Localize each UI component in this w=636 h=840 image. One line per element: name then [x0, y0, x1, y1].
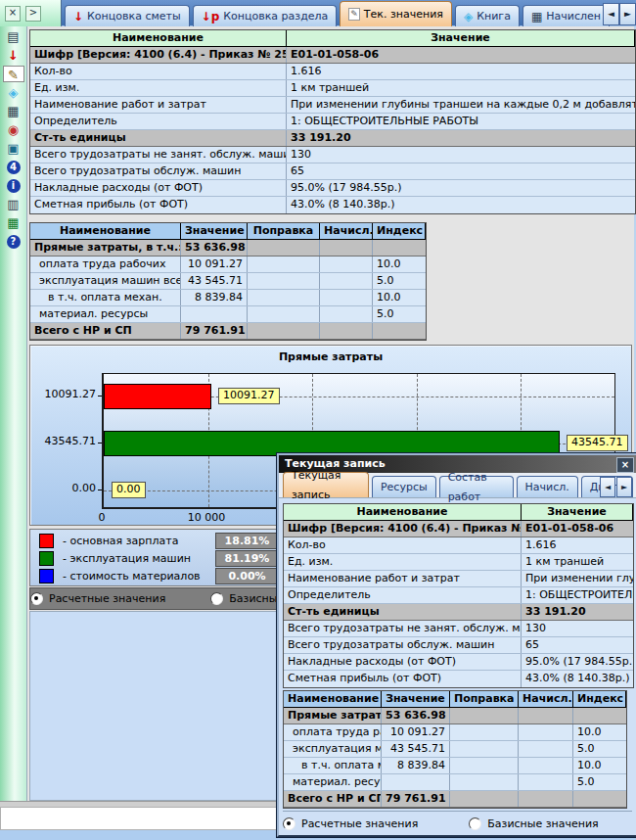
table-row[interactable]: Кол-во 1.616: [284, 537, 633, 554]
close-icon[interactable]: ×: [616, 457, 634, 473]
legend-label: - основная зарплата: [63, 535, 178, 547]
table-row[interactable]: эксплуатация машин всего 43 545.71 5.0: [284, 741, 626, 758]
table-row[interactable]: Всего трудозатраты не занят. обслуж. маш…: [284, 621, 633, 637]
tab-scroll-right-icon[interactable]: ►: [619, 3, 636, 25]
main-tab[interactable]: ↓ Концовка сметы: [65, 5, 190, 26]
row-name: материал. ресурсы: [30, 306, 181, 322]
row-name: оплата труда рабочих: [30, 257, 181, 272]
row-value: При изменении глубины траншеи на каждые …: [287, 97, 635, 113]
chart-bar: [104, 384, 211, 409]
table-row[interactable]: Ед. изм. 1 км траншей: [284, 554, 633, 571]
calculator-icon[interactable]: ▦: [3, 103, 24, 119]
row-value: Е01-01-058-06: [287, 47, 635, 63]
values-mode-radio[interactable]: Базисные значения: [469, 817, 598, 830]
table-row[interactable]: Ед. изм. 1 км траншей: [30, 80, 635, 97]
red-down-arrow-icon[interactable]: ↓: [3, 47, 24, 64]
tab-scroll-left-icon[interactable]: ◄: [603, 3, 619, 25]
table-row[interactable]: материал. ресурсы 5.0: [30, 306, 426, 323]
book-icon[interactable]: ◈: [3, 84, 24, 101]
radio-icon[interactable]: [283, 817, 295, 830]
main-tab[interactable]: ▦ Начислен: [522, 5, 610, 26]
table-row[interactable]: Всего трудозатраты обслуж. машин 65: [284, 637, 633, 654]
row-value: 95.0% (17 984.55р.): [287, 180, 635, 196]
table-row[interactable]: Наименование работ и затрат При изменени…: [30, 97, 635, 114]
y-axis-label: 10091.27: [33, 388, 96, 400]
row-index: 10.0: [573, 758, 626, 773]
legend-swatch-icon: [39, 569, 54, 583]
info-icon[interactable]: i: [3, 177, 24, 194]
history-icon[interactable]: 4: [3, 159, 24, 175]
table-row[interactable]: Шифр [Версия: 4100 (6.4) - Приказ № 253 …: [30, 47, 635, 64]
popup-tab[interactable]: Текущая запись: [283, 472, 369, 497]
row-accrual: [320, 306, 373, 322]
table-row[interactable]: Ст-ть единицы 33 191.20: [284, 604, 633, 621]
table-row[interactable]: Прямые затраты, в т.ч.: 53 636.98: [284, 708, 626, 724]
table-header-row: Наименование Значение: [284, 504, 633, 521]
row-accrual: [320, 273, 373, 289]
row-name: оплата труда рабочих: [284, 724, 382, 740]
row-name: Кол-во: [284, 537, 522, 553]
table-row[interactable]: Сметная прибыль (от ФОТ) 43.0% (8 140.38…: [30, 197, 635, 213]
table-row[interactable]: в т.ч. оплата механ. 8 839.84 10.0: [284, 758, 626, 774]
col-header: Поправка: [248, 223, 320, 239]
table-row[interactable]: Накладные расходы (от ФОТ) 95.0% (17 984…: [30, 180, 635, 197]
chart-title: Прямые затраты: [30, 350, 631, 363]
row-name: Всего с НР и СП: [30, 323, 181, 339]
radio-icon[interactable]: [469, 817, 481, 830]
table-add-icon[interactable]: ▦: [3, 214, 24, 231]
row-name: Шифр [Версия: 4100 (6.4) - Приказ № 253: [30, 47, 287, 63]
table-row[interactable]: Прямые затраты, в т.ч.: 53 636.98: [30, 240, 426, 257]
row-accrual: [519, 741, 573, 757]
legend-percent-badge: 0.00%: [215, 568, 279, 584]
picture-icon[interactable]: ◉: [3, 121, 24, 138]
table-row[interactable]: Определитель 1: ОБЩЕСТРОИТЕЛЬНЫЕ РАБОТЫ: [30, 114, 635, 130]
legend-percent-badge: 81.19%: [215, 550, 279, 567]
popup-tab[interactable]: Начисл.: [517, 476, 578, 497]
table-row[interactable]: оплата труда рабочих 10 091.27 10.0: [30, 257, 426, 273]
icon-disc: ?: [7, 235, 21, 249]
table-row[interactable]: в т.ч. оплата механ. 8 839.84 10.0: [30, 290, 426, 306]
table-row[interactable]: Сметная прибыль (от ФОТ) 43.0% (8 140.38…: [284, 671, 633, 687]
table-row[interactable]: Ст-ть единицы 33 191.20: [30, 130, 635, 147]
table-row[interactable]: Всего трудозатраты обслуж. машин 65: [30, 163, 635, 180]
main-tab[interactable]: ↓р Концовка раздела: [193, 5, 338, 26]
diagram-icon[interactable]: ▣: [3, 140, 24, 157]
table-row[interactable]: Наименование работ и затрат При изменени…: [284, 571, 633, 587]
radio-icon[interactable]: [210, 592, 223, 605]
table-row[interactable]: Всего трудозатраты не занят. обслуж. маш…: [30, 147, 635, 163]
table-row[interactable]: Всего с НР и СП 79 761.91: [284, 791, 626, 808]
row-value: 1 км траншей: [287, 80, 635, 96]
document-icon[interactable]: ▤: [3, 28, 24, 45]
close-pane-button[interactable]: ×: [5, 6, 21, 22]
table-header-row: Наименование Значение: [30, 30, 635, 47]
popup-tab-scroll-left-icon[interactable]: ◄: [600, 477, 615, 497]
table-row[interactable]: Накладные расходы (от ФОТ) 95.0% (17 984…: [284, 654, 633, 671]
tab-label: Начисл.: [525, 478, 569, 497]
row-value: 1.616: [522, 537, 633, 553]
current-values-icon[interactable]: ✎: [3, 66, 24, 82]
row-name: Наименование работ и затрат: [30, 97, 287, 113]
row-name: Прямые затраты, в т.ч.:: [30, 240, 181, 256]
popup-tab[interactable]: Ресурсы: [372, 476, 436, 497]
row-value: 130: [522, 621, 633, 636]
table-row[interactable]: эксплуатация машин всего 43 545.71 5.0: [30, 273, 426, 290]
main-tab[interactable]: ◈ Книга: [455, 5, 520, 26]
table-row[interactable]: Определитель 1: ОБЩЕСТРОИТЕЛЬНЫЕ РАБОТЫ: [284, 587, 633, 604]
table-row[interactable]: Всего с НР и СП 79 761.91: [30, 323, 426, 340]
table-row[interactable]: Шифр [Версия: 4100 (6.4) - Приказ № 253 …: [284, 521, 633, 537]
main-tab[interactable]: ✎ Тек. значения: [340, 1, 452, 26]
table-row[interactable]: материал. ресурсы 5.0: [284, 774, 626, 791]
help-icon[interactable]: ?: [3, 233, 24, 250]
radio-icon[interactable]: [30, 592, 43, 605]
table-row[interactable]: оплата труда рабочих 10 091.27 10.0: [284, 724, 626, 741]
popup-tab-scroll-right-icon[interactable]: ►: [616, 477, 632, 497]
table-row[interactable]: Кол-во 1.616: [30, 64, 635, 80]
row-name: Всего трудозатраты обслуж. машин: [284, 637, 522, 653]
expand-pane-button[interactable]: >: [25, 6, 41, 22]
values-mode-radio[interactable]: Расчетные значения: [283, 817, 418, 830]
row-index: 10.0: [373, 290, 426, 305]
values-mode-radio[interactable]: Расчетные значения: [30, 592, 165, 605]
tab-label: Начислен: [546, 7, 601, 26]
copies-icon[interactable]: ▥: [3, 196, 24, 212]
popup-tab[interactable]: Состав работ: [439, 476, 514, 497]
